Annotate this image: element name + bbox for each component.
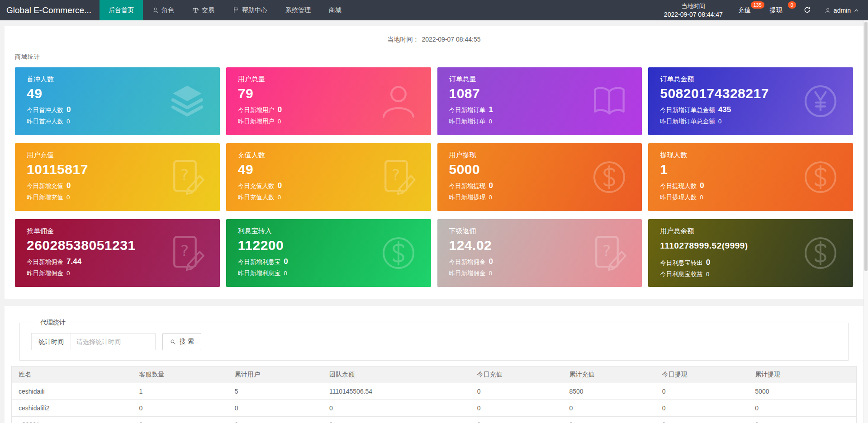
table-cell: 0 — [470, 400, 563, 417]
panel-time-label: 当地时间： — [388, 36, 419, 43]
column-header: 姓名 — [12, 367, 133, 383]
column-header: 客服数量 — [133, 367, 228, 383]
stat-time-label: 统计时间 — [31, 333, 71, 350]
agent-table: 姓名客服数量累计用户团队余额今日充值累计充值今日提现累计提现 ceshidail… — [11, 366, 857, 423]
app-title: Global E-Commerce... — [0, 0, 100, 20]
stat-card: 提现人数 1 今日提现人数0 昨日提现人数0 — [648, 143, 853, 211]
column-header: 团队余额 — [323, 367, 470, 383]
admin-username: admin — [834, 7, 851, 14]
user-icon — [378, 80, 419, 122]
table-header-row: 姓名客服数量累计用户团队余额今日充值累计充值今日提现累计提现 — [12, 367, 857, 383]
scales-icon — [192, 7, 199, 14]
panel-time-value: 2022-09-07 08:44:55 — [422, 36, 481, 43]
person-icon — [825, 7, 831, 14]
dollar-icon — [378, 232, 419, 274]
dollar-icon — [588, 156, 630, 198]
nav-item-1[interactable]: 角色 — [143, 0, 183, 20]
layers-icon — [166, 80, 208, 122]
stat-card: 用户充值 10115817 今日新增充值0 昨日新增充值0 — [15, 143, 220, 211]
withdraw-label: 提现 — [770, 6, 783, 14]
nav-item-3[interactable]: 帮助中心 — [223, 0, 276, 20]
table-cell: 5000 — [748, 383, 856, 400]
table-row: ceshidalili20000000 — [12, 400, 857, 417]
column-header: 累计充值 — [562, 367, 655, 383]
table-cell: 0 — [323, 400, 470, 417]
local-time-line: 当地时间：2022-09-07 08:44:55 — [15, 36, 853, 44]
table-cell: 0 — [748, 417, 856, 423]
withdraw-nav-item[interactable]: 提现 0 — [766, 0, 786, 20]
stat-card: 充值人数 49 今日充值人数0 昨日充值人数0 — [226, 143, 431, 211]
table-cell: a00001 — [12, 417, 133, 423]
search-icon — [170, 338, 176, 345]
local-time-value: 2022-09-07 08:44:47 — [664, 10, 723, 19]
edit-icon — [588, 232, 630, 274]
navbar-right: 当地时间 2022-09-07 08:44:47 充值 135 提现 0 adm… — [659, 0, 868, 20]
table-cell: ceshidaili — [12, 383, 133, 400]
table-cell: 0 — [470, 383, 563, 400]
table-cell: 0 — [562, 400, 655, 417]
admin-menu[interactable]: admin — [818, 0, 862, 20]
stat-card: 下级返佣 124.02 今日新增佣金0 昨日新增佣金0 — [437, 219, 642, 287]
nav-item-5[interactable]: 商城 — [320, 0, 351, 20]
table-cell: 0 — [133, 400, 228, 417]
navbar-local-time: 当地时间 2022-09-07 08:44:47 — [659, 0, 733, 20]
mall-stats-panel: 当地时间：2022-09-07 08:44:55 商城统计 首冲人数 49 今日… — [5, 26, 863, 299]
dollar-icon — [800, 156, 841, 198]
table-cell: 5 — [228, 383, 323, 400]
search-button[interactable]: 搜 索 — [162, 333, 201, 350]
table-cell: 0 — [562, 417, 655, 423]
main-menu: 后台首页角色交易帮助中心系统管理商城 — [100, 0, 351, 20]
stat-card: 首冲人数 49 今日首冲人数0 昨日首冲人数0 — [15, 67, 220, 135]
book-icon — [588, 80, 630, 122]
nav-item-0[interactable]: 后台首页 — [100, 0, 143, 20]
column-header: 累计用户 — [228, 367, 323, 383]
column-header: 累计提现 — [748, 367, 856, 383]
agent-filter-form: 统计时间 搜 索 — [31, 333, 837, 350]
agent-fieldset: 代理统计 统计时间 搜 索 — [19, 319, 849, 361]
stat-card: 订单总金额 50820174328217 今日新增订单总金额435 昨日新增订单… — [648, 67, 853, 135]
table-row: a000010000000 — [12, 417, 857, 423]
nav-item-2[interactable]: 交易 — [183, 0, 223, 20]
stat-cards-grid: 首冲人数 49 今日首冲人数0 昨日首冲人数0 用户总量 79 今日新增用户0 … — [15, 67, 853, 287]
table-body: ceshidaili151110145506.540850005000ceshi… — [12, 383, 857, 423]
table-cell: 0 — [748, 400, 856, 417]
dollar-icon — [800, 232, 841, 274]
table-cell: 0 — [655, 383, 748, 400]
scrollbar-thumb[interactable] — [864, 22, 868, 271]
recharge-nav-item[interactable]: 充值 135 — [735, 0, 754, 20]
table-cell: 0 — [470, 417, 563, 423]
stat-card: 利息宝转入 112200 今日新增利息宝0 昨日新增利息宝0 — [226, 219, 431, 287]
search-button-label: 搜 索 — [180, 338, 194, 346]
main-content: 当地时间：2022-09-07 08:44:55 商城统计 首冲人数 49 今日… — [0, 26, 868, 423]
table-cell: 1 — [133, 383, 228, 400]
edit-icon — [166, 156, 208, 198]
edit-icon — [378, 156, 419, 198]
agent-stats-panel: 代理统计 统计时间 搜 索 姓名客服数量累计用户团队余额今日充值累计充值今日提现… — [5, 306, 863, 423]
stat-card: 抢单佣金 26028538051231 今日新增佣金7.44 昨日新增佣金0 — [15, 219, 220, 287]
column-header: 今日提现 — [655, 367, 748, 383]
table-cell: 0 — [133, 417, 228, 423]
user-icon — [152, 7, 159, 14]
column-header: 今日充值 — [470, 367, 563, 383]
edit-icon — [166, 232, 208, 274]
withdraw-badge: 0 — [788, 1, 796, 9]
refresh-button[interactable] — [796, 0, 818, 20]
flag-icon — [232, 7, 239, 14]
recharge-badge: 135 — [751, 1, 764, 9]
stat-card: 用户总量 79 今日新增用户0 昨日新增用户0 — [226, 67, 431, 135]
stat-card: 用户提现 5000 今日新增提现0 昨日新增提现0 — [437, 143, 642, 211]
section-title: 商城统计 — [15, 53, 853, 61]
chevron-up-icon — [854, 8, 859, 13]
table-cell: ceshidalili2 — [12, 400, 133, 417]
table-row: ceshidaili151110145506.540850005000 — [12, 383, 857, 400]
yen-icon — [800, 80, 841, 122]
stat-time-input[interactable] — [71, 333, 156, 350]
local-time-label: 当地时间 — [664, 2, 723, 10]
page-scrollbar[interactable] — [863, 20, 868, 423]
table-cell: 0 — [655, 400, 748, 417]
nav-item-4[interactable]: 系统管理 — [276, 0, 320, 20]
table-cell: 0 — [228, 400, 323, 417]
table-cell: 8500 — [562, 383, 655, 400]
navbar: Global E-Commerce... 后台首页角色交易帮助中心系统管理商城 … — [0, 0, 868, 20]
table-cell: 0 — [228, 417, 323, 423]
